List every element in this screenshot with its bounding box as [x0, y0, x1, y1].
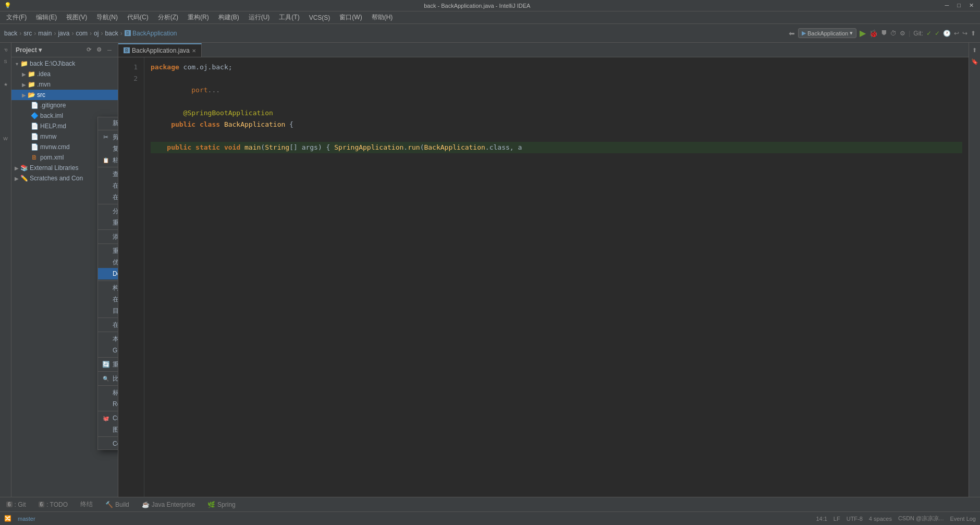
tree-item-mvn[interactable]: ▶ 📁 .mvn: [11, 79, 118, 90]
git-redo-icon[interactable]: ↪: [962, 30, 967, 37]
cm-create-gist[interactable]: 🐙 Create Gist...: [98, 412, 118, 424]
build-tab-label: Build: [115, 501, 129, 508]
cm-optimize-imports[interactable]: 优化导入(Z) Ctrl+Alt+O: [98, 257, 118, 268]
cm-refactor[interactable]: 重构(R) ▶: [98, 217, 118, 228]
favorites-btn[interactable]: ★: [1, 79, 11, 90]
spring-label: Spring: [217, 501, 236, 508]
cm-analyze[interactable]: 分析(Z) ▶: [98, 205, 118, 217]
menu-file[interactable]: 文件(F): [2, 12, 31, 23]
cm-convert-kotlin[interactable]: Convert Java File to Kotlin File Ctrl+Al…: [98, 438, 118, 449]
tab-back-application[interactable]: 🅱 BackApplication.java ✕: [118, 43, 202, 57]
cm-build-module[interactable]: 构建模块(M) 'back': [98, 282, 118, 294]
status-branch[interactable]: master: [18, 516, 35, 522]
cm-paste[interactable]: 📋 粘贴(P) Ctrl+V ▶: [98, 154, 118, 166]
right-strip: ⬆ 🔖: [969, 43, 980, 497]
bottom-tab-git[interactable]: 6 : Git: [4, 500, 28, 509]
menu-build[interactable]: 构建(B): [214, 12, 243, 23]
profile-btn[interactable]: ⏱: [890, 30, 897, 37]
cm-cut[interactable]: ✂ 剪切(I) Ctrl+X: [98, 131, 118, 143]
cm-git-label: Git(G): [113, 347, 118, 354]
close-btn[interactable]: ✕: [967, 2, 976, 9]
menu-vcs[interactable]: VCS(S): [305, 13, 335, 22]
bottom-tab-terminal[interactable]: 终结: [78, 499, 95, 510]
sidebar-settings-btn[interactable]: ⚙: [95, 46, 103, 54]
git-push-icon[interactable]: ⬆: [971, 30, 976, 37]
cm-find-in-files[interactable]: 在文件中查找...(P) Ctrl+Shift+F: [98, 180, 118, 191]
cm-replace-in-path-label: 在路径中替换...(A): [113, 193, 118, 202]
cm-open-terminal[interactable]: 在终端中打开: [98, 319, 118, 331]
git-check-icon[interactable]: ✓: [926, 30, 932, 37]
run-config-selector[interactable]: ▶ BackApplication ▾: [798, 28, 856, 38]
breadcrumb-back2[interactable]: back: [105, 30, 118, 37]
structure-btn[interactable]: S: [1, 56, 11, 67]
breadcrumb-current[interactable]: 🅱 BackApplication: [125, 30, 177, 37]
bottom-tab-java-enterprise[interactable]: ☕ Java Enterprise: [140, 500, 197, 509]
breadcrumb-back[interactable]: back: [4, 30, 17, 37]
tree-item-src[interactable]: ▶ 📂 src: [11, 90, 118, 100]
breadcrumb-src[interactable]: src: [23, 30, 32, 37]
cm-git[interactable]: Git(G) ▶: [98, 345, 118, 356]
menu-analyze[interactable]: 分析(Z): [154, 12, 182, 23]
menu-refactor[interactable]: 重构(R): [183, 12, 213, 23]
menu-navigate[interactable]: 导航(N): [92, 12, 122, 23]
code-content[interactable]: package com.oj.back; port ... @SpringBoo…: [144, 57, 969, 497]
back-nav-icon[interactable]: ⬅: [789, 29, 795, 38]
menu-run[interactable]: 运行(U): [244, 12, 274, 23]
sidebar-collapse-btn[interactable]: ─: [105, 46, 114, 54]
cm-copy[interactable]: 复制 ▶: [98, 143, 118, 154]
git-check2-icon[interactable]: ✓: [935, 30, 940, 37]
status-encoding[interactable]: UTF-8: [847, 516, 863, 522]
breadcrumb-com[interactable]: com: [76, 30, 88, 37]
menu-help[interactable]: 帮助(H): [368, 12, 397, 23]
cm-local-history[interactable]: 本地历史(H) ▶: [98, 333, 118, 345]
cm-add-to-favorites[interactable]: 添加到收藏(A) ▶: [98, 231, 118, 242]
status-indent[interactable]: 4 spaces: [869, 516, 892, 522]
minimize-btn[interactable]: ─: [943, 2, 951, 9]
tree-item-gitignore[interactable]: ▶ 📄 .gitignore: [11, 100, 118, 111]
cm-dir-path[interactable]: 目录路径(P) Ctrl+Alt+F12: [98, 305, 118, 316]
cm-remove-bom[interactable]: Remove BOM: [98, 398, 118, 410]
right-scroll-top[interactable]: ⬆: [970, 45, 980, 55]
run-btn[interactable]: ▶: [860, 28, 866, 38]
tab-close-btn[interactable]: ✕: [192, 48, 196, 54]
cm-reload-disk[interactable]: 🔄 重新从磁盘加载: [98, 359, 118, 370]
menu-view[interactable]: 视图(V): [62, 12, 91, 23]
breadcrumb-main[interactable]: main: [38, 30, 52, 37]
status-line-ending[interactable]: LF: [834, 516, 840, 522]
cm-replace-in-path[interactable]: 在路径中替换...(A) Ctrl+Shift+R: [98, 191, 118, 203]
cm-reformat[interactable]: 重新格式化代码(R) Ctrl+Alt+L: [98, 245, 118, 257]
cm-mark-dir-as[interactable]: 标记目录为 ▶: [98, 387, 118, 398]
project-toggle-btn[interactable]: P: [1, 45, 11, 55]
tree-item-idea[interactable]: ▶ 📁 .idea: [11, 69, 118, 79]
web-btn[interactable]: W: [1, 133, 11, 144]
menu-code[interactable]: 代码(C): [123, 12, 153, 23]
sidebar-sync-btn[interactable]: ⟳: [84, 46, 93, 54]
cm-find-usages[interactable]: 查找使用(U) Alt+F7: [98, 168, 118, 180]
debug-btn[interactable]: 🐞: [869, 29, 878, 38]
cm-new[interactable]: 新建(N) ▶: [98, 117, 118, 129]
tree-item-back[interactable]: ▾ 📁 back E:\OJ\back: [11, 58, 118, 69]
menu-edit[interactable]: 编辑(E): [32, 12, 61, 23]
coverage-btn[interactable]: ⛊: [881, 30, 887, 37]
cm-show-explorer[interactable]: 在 Explorer 中显示: [98, 294, 118, 305]
git-undo-icon[interactable]: ↩: [954, 30, 959, 37]
maximize-btn[interactable]: □: [955, 2, 963, 9]
bottom-tab-spring[interactable]: 🌿 Spring: [205, 500, 238, 509]
cm-compare[interactable]: 🔍 比较对象... Ctrl+D: [98, 373, 118, 384]
cm-add-to-favorites-label: 添加到收藏(A): [113, 233, 118, 241]
breadcrumb-oj[interactable]: oj: [94, 30, 99, 37]
status-event-log[interactable]: Event Log: [950, 516, 976, 522]
cm-diagram[interactable]: 图 ▶: [98, 424, 118, 435]
settings-btn[interactable]: ⚙: [900, 30, 905, 37]
right-bookmark[interactable]: 🔖: [970, 56, 980, 67]
git-history-icon[interactable]: 🕐: [943, 30, 951, 37]
breadcrumb-java[interactable]: java: [58, 30, 69, 37]
bottom-tab-build[interactable]: 🔨 Build: [103, 500, 131, 509]
menu-tools[interactable]: 工具(T): [275, 12, 303, 23]
breadcrumb: back › src › main › java › com › oj › ba…: [4, 30, 787, 37]
method-run: run: [408, 142, 420, 153]
cm-delete[interactable]: Delete... Delete: [98, 268, 118, 279]
bottom-tab-todo[interactable]: 6 : TODO: [36, 500, 70, 509]
tree-label-scratches: Scratches and Con: [30, 175, 83, 182]
menu-window[interactable]: 窗口(W): [335, 12, 366, 23]
